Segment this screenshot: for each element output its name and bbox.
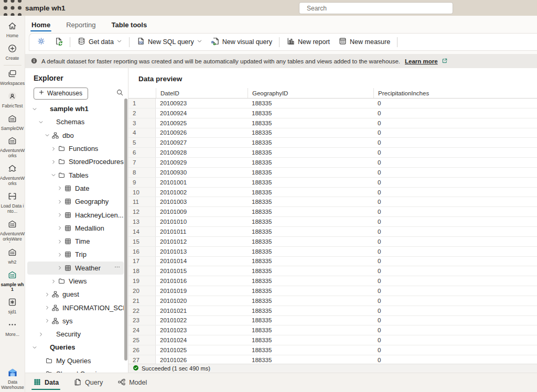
table-row[interactable]: 11201010031883350 bbox=[128, 197, 537, 207]
table-row[interactable]: 27201010261883350 bbox=[128, 355, 537, 364]
rail-item-wh2[interactable]: wh2 bbox=[0, 245, 25, 268]
row-number: 18 bbox=[128, 266, 156, 276]
tree-item-hackneylicen[interactable]: HackneyLicen... bbox=[27, 208, 124, 221]
rail-item-load-data-into[interactable]: Load Data into... bbox=[0, 189, 25, 217]
more-options-icon[interactable] bbox=[114, 264, 121, 272]
table-row[interactable]: 9201010011883350 bbox=[128, 178, 537, 188]
explorer-scrollbar[interactable] bbox=[124, 99, 127, 361]
table-row[interactable]: 7201009291883350 bbox=[128, 158, 537, 168]
table-row[interactable]: 12201010091883350 bbox=[128, 207, 537, 217]
rail-item-sampledw[interactable]: SampleDW bbox=[0, 112, 25, 134]
tree-item-functions[interactable]: Functions bbox=[27, 142, 124, 155]
table-row[interactable]: 25201010241883350 bbox=[128, 335, 537, 345]
table-row[interactable]: 18201010151883350 bbox=[128, 266, 537, 276]
table-row[interactable]: 4201009261883350 bbox=[128, 128, 537, 138]
new-visual-query-button[interactable]: New visual query bbox=[207, 35, 276, 49]
tree-item-shared-queries[interactable]: Shared Queries bbox=[27, 367, 124, 373]
column-header-geographyid[interactable]: GeographyID bbox=[248, 88, 373, 98]
add-warehouses-button[interactable]: Warehouses bbox=[34, 88, 88, 100]
data-preview-table: DateIDGeographyIDPrecipitationInches1201… bbox=[128, 88, 537, 364]
tree-item-date[interactable]: Date bbox=[27, 182, 124, 195]
tree-item-sys[interactable]: sys bbox=[27, 314, 124, 328]
table-row[interactable]: 22201010211883350 bbox=[128, 306, 537, 316]
ribbon-tab-home[interactable]: Home bbox=[30, 21, 51, 32]
table-cell: 20101009 bbox=[156, 207, 248, 216]
refresh-button[interactable] bbox=[50, 35, 67, 49]
rail-item-fabrictest[interactable]: FabricTest bbox=[0, 89, 25, 112]
table-cell: 20101002 bbox=[156, 188, 248, 197]
tree-item-weather[interactable]: Weather bbox=[27, 262, 124, 275]
search-input[interactable] bbox=[307, 5, 448, 12]
tree-item-views[interactable]: Views bbox=[27, 275, 124, 288]
table-row[interactable]: 10201010021883350 bbox=[128, 188, 537, 198]
table-row[interactable]: 6201009281883350 bbox=[128, 148, 537, 158]
new-measure-button[interactable]: New measure bbox=[334, 35, 394, 49]
view-tab-data[interactable]: Data bbox=[31, 373, 60, 392]
tree-item-trip[interactable]: Trip bbox=[27, 248, 124, 261]
column-header-dateid[interactable]: DateID bbox=[156, 88, 248, 98]
tree-item-storedprocedures[interactable]: StoredProcedures bbox=[27, 155, 124, 168]
table-cell: 188335 bbox=[248, 345, 373, 355]
table-row[interactable]: 21201010201883350 bbox=[128, 296, 537, 306]
global-search[interactable] bbox=[299, 2, 453, 14]
table-row[interactable]: 2201009241883350 bbox=[128, 108, 537, 118]
view-tab-query[interactable]: Query bbox=[72, 373, 104, 392]
tree-item-guest[interactable]: guest bbox=[27, 288, 124, 301]
table-row[interactable]: 24201010231883350 bbox=[128, 325, 537, 335]
table-row[interactable]: 5201009271883350 bbox=[128, 138, 537, 148]
rail-item-home[interactable]: Home bbox=[0, 19, 25, 41]
ribbon-tab-table-tools[interactable]: Table tools bbox=[111, 21, 148, 32]
rail-item-more[interactable]: More... bbox=[0, 318, 25, 340]
tree-item-tables[interactable]: Tables bbox=[27, 168, 124, 181]
column-header-precipitationinches[interactable]: PrecipitationInches bbox=[373, 88, 537, 98]
tree-item-queries[interactable]: Queries bbox=[27, 341, 124, 354]
workspace-title[interactable]: sample wh1 bbox=[25, 4, 69, 12]
table-cell: 188335 bbox=[248, 158, 373, 167]
app-launcher-icon[interactable] bbox=[0, 0, 25, 16]
table-cell: 0 bbox=[373, 99, 537, 108]
table-row[interactable]: 13201010101883350 bbox=[128, 217, 537, 227]
new-sql-query-button[interactable]: SQLNew SQL query bbox=[132, 35, 207, 49]
rail-item-workspaces[interactable]: Workspaces bbox=[0, 67, 25, 89]
view-tab-model[interactable]: Model bbox=[116, 373, 148, 392]
explorer-search-icon[interactable] bbox=[116, 89, 124, 98]
rail-item-data-warehouse[interactable]: Data Warehouse bbox=[0, 367, 25, 390]
sql-query-icon: SQL bbox=[136, 37, 145, 47]
table-row[interactable]: 15201010121883350 bbox=[128, 237, 537, 247]
table-row[interactable]: 19201010161883350 bbox=[128, 276, 537, 286]
rail-item-create[interactable]: Create bbox=[0, 41, 25, 64]
table-row[interactable]: 26201010251883350 bbox=[128, 345, 537, 355]
rail-item-adventureworks[interactable]: AdventureWorks bbox=[0, 134, 25, 161]
tree-item-my-queries[interactable]: My Queries bbox=[27, 354, 124, 367]
table-row[interactable]: 8201009301883350 bbox=[128, 168, 537, 178]
new-report-button[interactable]: New report bbox=[282, 35, 334, 49]
tree-item-geography[interactable]: Geography bbox=[27, 195, 124, 208]
rail-item-sjd1[interactable]: sjd1 bbox=[0, 295, 25, 318]
table-row[interactable]: 23201010221883350 bbox=[128, 316, 537, 326]
settings-button[interactable] bbox=[33, 35, 50, 49]
tree-item-dbo[interactable]: dbo bbox=[27, 129, 124, 142]
ribbon-tab-reporting[interactable]: Reporting bbox=[65, 21, 96, 32]
get-data-button[interactable]: Get data bbox=[73, 35, 126, 49]
rail-item-adventureworkswareh[interactable]: AdventureWorksWareh... bbox=[0, 217, 25, 245]
rail-item-adventureworks[interactable]: AdventureWorks bbox=[0, 161, 25, 189]
table-row[interactable]: 17201010141883350 bbox=[128, 257, 537, 267]
table-row[interactable]: 14201010111883350 bbox=[128, 227, 537, 237]
table-cell: 188335 bbox=[248, 237, 373, 246]
tree-item-information-sche[interactable]: INFORMATION_SCHE... bbox=[27, 301, 124, 314]
tree-item-medallion[interactable]: Medallion bbox=[27, 222, 124, 235]
table-row[interactable]: 20201010191883350 bbox=[128, 286, 537, 296]
rail-item-sample-wh1[interactable]: sample wh1 bbox=[0, 268, 25, 296]
table-cell: 0 bbox=[373, 138, 537, 147]
table-icon bbox=[63, 237, 72, 245]
tree-item-time[interactable]: Time bbox=[27, 235, 124, 248]
warehouse-icon bbox=[7, 247, 17, 259]
tree-item-schemas[interactable]: Schemas bbox=[27, 115, 124, 128]
tree-item-security[interactable]: Security bbox=[27, 328, 124, 341]
tree-item-sample-wh1[interactable]: sample wh1 bbox=[27, 102, 124, 115]
table-row[interactable]: 1201009231883350 bbox=[128, 99, 537, 108]
table-row[interactable]: 16201010131883350 bbox=[128, 247, 537, 257]
learn-more-link[interactable]: Learn more bbox=[405, 58, 438, 64]
tree-item-label: Medallion bbox=[75, 224, 104, 232]
table-row[interactable]: 3201009251883350 bbox=[128, 118, 537, 128]
